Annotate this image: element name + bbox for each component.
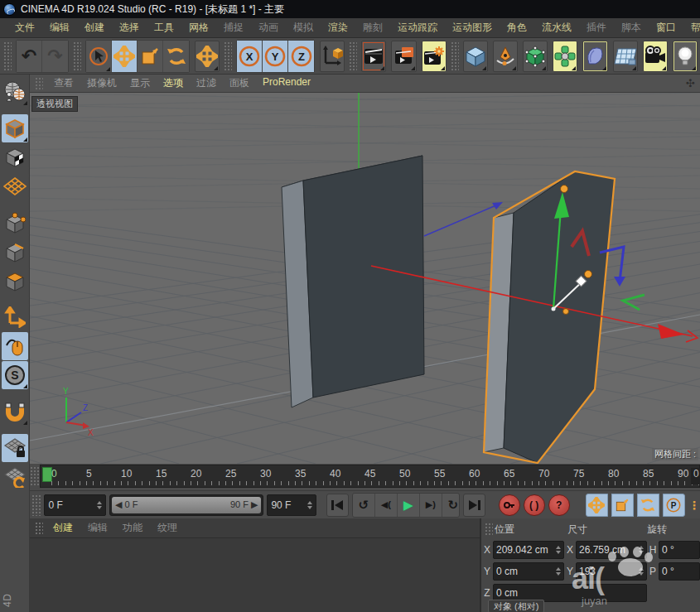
workplane-mode-button[interactable] bbox=[2, 172, 28, 200]
menu-item[interactable]: 运动图形 bbox=[446, 19, 499, 36]
menu-item[interactable]: 网格 bbox=[182, 19, 215, 36]
pos-y-field[interactable]: 0 cm bbox=[493, 562, 564, 581]
material-menu-grip[interactable] bbox=[35, 522, 43, 535]
toolbar-grip[interactable] bbox=[451, 41, 459, 71]
field-spinner[interactable] bbox=[556, 546, 561, 554]
menu-item[interactable]: 文件 bbox=[8, 19, 41, 36]
axis-mode-button[interactable] bbox=[2, 303, 28, 331]
play-button[interactable]: ▶ bbox=[398, 494, 420, 517]
mograph-array-button[interactable] bbox=[553, 41, 577, 72]
key-rotation-toggle[interactable] bbox=[637, 494, 659, 517]
x-axis-lock-button[interactable]: X bbox=[237, 41, 263, 72]
add-cube-button[interactable] bbox=[463, 41, 488, 72]
camera-button[interactable] bbox=[643, 41, 668, 72]
viewport-pan-icon[interactable]: ✣ bbox=[686, 77, 695, 89]
edges-mode-button[interactable] bbox=[2, 238, 28, 266]
snap-settings-button[interactable]: S bbox=[2, 361, 28, 389]
model-mode-button[interactable] bbox=[2, 114, 28, 142]
menu-item[interactable]: 动画 bbox=[252, 19, 285, 36]
viewport-menu-item[interactable]: 显示 bbox=[124, 75, 156, 91]
viewport-menu-item[interactable]: 面板 bbox=[224, 75, 255, 91]
toolbar-grip[interactable] bbox=[73, 41, 81, 71]
viewport-menu-item[interactable]: 查看 bbox=[48, 75, 80, 91]
toolbar-grip[interactable] bbox=[224, 41, 232, 71]
timeline-grip[interactable] bbox=[30, 466, 40, 486]
viewport-menu-item[interactable]: 摄像机 bbox=[81, 75, 123, 91]
key-scale-toggle[interactable] bbox=[611, 494, 634, 517]
last-tool-move-button[interactable] bbox=[195, 41, 220, 72]
title-bar[interactable]: CINEMA 4D R19.024 Studio (RC - R19) - [未… bbox=[0, 0, 700, 18]
size-x-field[interactable]: 26.759 cm bbox=[576, 541, 647, 559]
end-frame-field[interactable]: 90 F bbox=[267, 494, 316, 516]
menu-item[interactable]: 插件 bbox=[580, 19, 613, 36]
menu-item[interactable]: 工具 bbox=[147, 19, 181, 36]
redo-button[interactable]: ↷ bbox=[42, 41, 68, 72]
z-axis-lock-button[interactable]: Z bbox=[288, 41, 314, 72]
range-end-label[interactable]: 90 F ▶ bbox=[230, 499, 258, 510]
menu-item[interactable]: 渲染 bbox=[321, 19, 355, 36]
undo-button[interactable]: ↶ bbox=[17, 41, 42, 72]
next-frame-button[interactable]: ▶) bbox=[420, 494, 442, 517]
coord-mode-dropdown[interactable]: 对象 (相对) bbox=[488, 600, 544, 612]
key-parameter-toggle[interactable]: P bbox=[663, 494, 685, 517]
tweak-mode-button[interactable] bbox=[2, 332, 28, 360]
menu-item[interactable]: 流水线 bbox=[535, 19, 578, 36]
y-axis-lock-button[interactable]: Y bbox=[263, 41, 288, 72]
current-frame-field[interactable]: 0 F bbox=[44, 494, 106, 516]
viewport-menu-item[interactable]: 选项 bbox=[157, 75, 189, 91]
frame-range-slider[interactable]: ◀ 0 F 90 F ▶ bbox=[109, 494, 263, 516]
keyframe-selection-button[interactable]: ? bbox=[548, 494, 570, 516]
live-selection-button[interactable] bbox=[86, 41, 112, 72]
rot-p-field[interactable]: 0 ° bbox=[659, 562, 700, 581]
menu-item[interactable]: 捕捉 bbox=[217, 19, 250, 36]
toolbar-grip[interactable] bbox=[349, 41, 357, 71]
field-spinner[interactable] bbox=[639, 567, 644, 576]
make-editable-button[interactable] bbox=[2, 78, 28, 106]
next-key-button[interactable]: ↻ bbox=[442, 494, 460, 517]
key-position-toggle[interactable] bbox=[586, 494, 608, 517]
field-spinner[interactable] bbox=[639, 546, 644, 554]
pos-x-field[interactable]: 209.042 cm bbox=[493, 541, 564, 559]
autokey-button[interactable]: ( ) bbox=[524, 494, 545, 516]
transport-grip[interactable] bbox=[31, 494, 41, 516]
light-button[interactable] bbox=[673, 41, 698, 72]
rot-h-field[interactable]: 0 ° bbox=[659, 541, 700, 559]
points-mode-button[interactable] bbox=[2, 209, 28, 237]
material-menu-item[interactable]: 创建 bbox=[46, 519, 80, 537]
viewport-menu-grip[interactable] bbox=[35, 77, 43, 90]
viewport-label[interactable]: 透视视图 bbox=[31, 96, 78, 112]
workplane-lock-button[interactable] bbox=[2, 434, 28, 462]
spline-pen-button[interactable] bbox=[493, 41, 518, 72]
menu-item[interactable]: 编辑 bbox=[43, 19, 76, 36]
record-keyframe-button[interactable] bbox=[499, 494, 520, 516]
render-picture-viewer-button[interactable] bbox=[391, 41, 416, 72]
menu-item[interactable]: 运动跟踪 bbox=[391, 19, 444, 36]
menu-item[interactable]: 窗口 bbox=[649, 19, 683, 36]
menu-item[interactable]: 角色 bbox=[500, 19, 533, 36]
toolbar-grip[interactable] bbox=[3, 41, 12, 71]
polygons-mode-button[interactable] bbox=[2, 267, 28, 295]
menu-item[interactable]: 脚本 bbox=[615, 19, 648, 36]
coords-grip[interactable] bbox=[485, 523, 493, 536]
workplane-rotate-button[interactable] bbox=[2, 463, 28, 491]
size-y-field[interactable]: 193 bbox=[576, 562, 647, 581]
move-tool-button[interactable] bbox=[112, 41, 138, 72]
goto-end-button[interactable] bbox=[463, 494, 485, 517]
scale-tool-button[interactable] bbox=[138, 41, 163, 72]
menu-item[interactable]: 创建 bbox=[78, 19, 111, 36]
field-spinner[interactable] bbox=[556, 567, 561, 576]
more-options-dots[interactable]: ⋮ bbox=[688, 499, 700, 512]
previous-key-button[interactable]: ↺ bbox=[353, 494, 375, 517]
menu-item[interactable]: 雕刻 bbox=[356, 19, 389, 36]
rotate-tool-button[interactable] bbox=[163, 41, 189, 72]
viewport-menu-item[interactable]: 过滤 bbox=[191, 75, 222, 91]
range-start-label[interactable]: ◀ 0 F bbox=[115, 499, 138, 510]
frame-spinner[interactable] bbox=[307, 501, 312, 509]
menu-item[interactable]: 帮助 bbox=[684, 19, 700, 36]
viewport-menu-item[interactable]: ProRender bbox=[257, 75, 316, 91]
frame-spinner[interactable] bbox=[97, 501, 102, 509]
render-view-button[interactable] bbox=[361, 41, 386, 72]
coordinate-system-button[interactable] bbox=[320, 41, 345, 72]
menu-item[interactable]: 模拟 bbox=[287, 19, 320, 36]
deformer-button[interactable] bbox=[582, 41, 607, 72]
